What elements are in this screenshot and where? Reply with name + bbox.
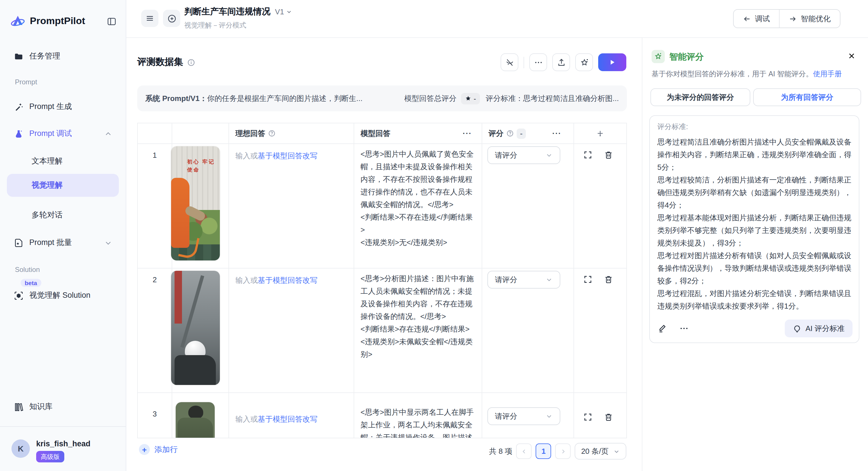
help-icon[interactable] xyxy=(506,130,514,137)
add-column-icon[interactable] xyxy=(596,123,604,143)
user-account[interactable]: K kris_fish_head 高级版 xyxy=(11,439,90,462)
page-size-select[interactable]: 20 条/页 xyxy=(575,443,626,460)
sidebar-item-prompt-batch[interactable]: Prompt 批量 xyxy=(7,232,119,253)
play-icon xyxy=(609,59,616,66)
prev-page-icon[interactable] xyxy=(516,443,532,459)
version-selector[interactable]: V1 xyxy=(275,7,292,16)
rewrite-from-model-link[interactable]: 基于模型回答改写 xyxy=(258,415,317,424)
ai-criteria-button[interactable]: AI 评分标准 xyxy=(785,319,852,337)
sidebar-subitem-multiturn[interactable]: 多轮对话 xyxy=(7,205,119,226)
sidebar-item-label: Prompt 批量 xyxy=(29,237,72,248)
magic-wand-icon xyxy=(14,102,24,111)
smart-optimize-button[interactable]: 智能优化 xyxy=(780,10,840,28)
model-answer-cell[interactable]: <思考>图片中显示两名工人在脚手架上作业，两名工人均未佩戴安全帽；关于违规操作设… xyxy=(361,406,475,438)
brand-name: PromptPilot xyxy=(30,15,101,27)
debug-button[interactable]: 调试 xyxy=(734,10,779,28)
dataset-image-3[interactable] xyxy=(176,402,215,438)
sidebar-item-prompt-debug[interactable]: Prompt 调试 xyxy=(7,123,119,144)
sidebar-item-knowledge-base[interactable]: 知识库 xyxy=(7,396,119,417)
new-session-icon[interactable] xyxy=(163,10,180,27)
manual-link[interactable]: 使用手册 xyxy=(813,70,842,78)
avatar: K xyxy=(11,439,30,458)
dataset-image-1[interactable]: 初心 牢记使命 xyxy=(171,146,220,261)
criteria-more-icon[interactable] xyxy=(679,324,689,333)
dataset-area: 评测数据集 系统 Prompt/V1： 你的任务是根据生产车间的图片描述，判断生… xyxy=(126,38,642,471)
next-page-icon[interactable] xyxy=(555,443,571,459)
close-icon[interactable] xyxy=(848,52,856,60)
rewrite-from-model-link[interactable]: 基于模型回答改写 xyxy=(258,276,317,284)
sidebar-subitem-vision-understanding[interactable]: 视觉理解 xyxy=(7,174,119,197)
sidebar-section-prompt: Prompt xyxy=(15,78,37,86)
dataset-toolbar xyxy=(501,53,626,71)
ideal-answer-cell[interactable]: 输入或基于模型回答改写 xyxy=(236,151,317,161)
help-icon[interactable] xyxy=(268,130,276,137)
chevron-down-icon xyxy=(546,412,553,420)
chevron-down-icon xyxy=(104,239,112,246)
rewrite-from-model-link[interactable]: 基于模型回答改写 xyxy=(258,152,317,160)
hide-columns-icon[interactable] xyxy=(501,53,518,71)
sidebar-subitem-text-understanding[interactable]: 文本理解 xyxy=(7,151,119,172)
sidebar-collapse-icon[interactable] xyxy=(105,15,118,27)
model-answer-cell[interactable]: <思考>分析图片描述：图片中有施工人员未佩戴安全帽的情况；未提及设备操作相关内容… xyxy=(361,272,475,361)
sidebar-item-label: 任务管理 xyxy=(29,51,60,61)
run-all-button[interactable] xyxy=(598,53,626,71)
favorite-star-icon[interactable] xyxy=(575,53,593,71)
score-filter-badge[interactable]: - xyxy=(517,128,526,139)
sidebar: PromptPilot 任务管理 Prompt Prompt 生成 Prompt… xyxy=(0,0,126,471)
expand-row-icon[interactable] xyxy=(583,150,592,160)
edit-criteria-icon[interactable] xyxy=(658,324,668,333)
promptpilot-logo-icon xyxy=(10,14,25,29)
arrow-left-icon xyxy=(743,14,751,23)
page-title: 判断生产车间违规情况 xyxy=(184,6,270,17)
delete-row-icon[interactable] xyxy=(604,150,613,160)
total-score-label: 模型回答总评分 xyxy=(404,93,456,104)
score-select[interactable]: 请评分 xyxy=(487,407,560,425)
score-all-button[interactable]: 为所有回答评分 xyxy=(753,88,861,106)
chevron-down-icon xyxy=(546,276,553,283)
ideal-answer-cell[interactable]: 输入或基于模型回答改写 xyxy=(236,414,317,425)
info-icon[interactable] xyxy=(187,58,195,66)
sidebar-item-label: Prompt 调试 xyxy=(29,129,72,139)
ai-score-star-icon xyxy=(652,50,665,63)
score-select[interactable]: 请评分 xyxy=(487,146,560,164)
app-window: PromptPilot 任务管理 Prompt Prompt 生成 Prompt… xyxy=(0,0,868,471)
delete-row-icon[interactable] xyxy=(604,412,613,422)
sidebar-item-task-management[interactable]: 任务管理 xyxy=(7,46,119,67)
dataset-image-2[interactable] xyxy=(171,271,220,385)
panel-title: 智能评分 xyxy=(670,52,704,63)
delete-row-icon[interactable] xyxy=(604,275,613,284)
upload-icon[interactable] xyxy=(552,53,570,71)
sidebar-item-label: 知识库 xyxy=(29,402,53,412)
expand-row-icon[interactable] xyxy=(583,412,592,422)
column-header-ideal: 理想回答 xyxy=(236,123,276,143)
folder-icon xyxy=(14,52,24,61)
panel-description: 基于你对模型回答的评分标准，用于 AI 智能评分。 xyxy=(652,70,813,78)
model-answer-cell[interactable]: <思考>图片中人员佩戴了黄色安全帽，且描述中未提及设备操作相关内容，不存在不按照… xyxy=(361,148,475,249)
row-index: 1 xyxy=(138,151,172,160)
more-actions-icon[interactable] xyxy=(529,53,547,71)
menu-icon[interactable] xyxy=(141,10,158,27)
column-header-model: 模型回答 xyxy=(361,123,391,143)
system-prompt-text: 你的任务是根据生产车间的图片描述，判断生... xyxy=(207,93,363,104)
chevron-down-icon xyxy=(546,152,553,159)
page-number[interactable]: 1 xyxy=(536,443,551,459)
system-prompt-bar[interactable]: 系统 Prompt/V1： 你的任务是根据生产车间的图片描述，判断生... 模型… xyxy=(137,86,627,111)
model-column-more-icon[interactable]: ··· xyxy=(463,123,472,143)
books-icon xyxy=(14,402,24,412)
row-index: 2 xyxy=(138,275,172,284)
smart-scoring-panel: 智能评分 基于你对模型回答的评分标准，用于 AI 智能评分。使用手册 为未评分的… xyxy=(642,38,868,471)
beta-badge: beta xyxy=(21,279,41,287)
sidebar-item-vision-solution[interactable]: beta 视觉理解 Solution xyxy=(7,285,119,306)
score-column-more-icon[interactable]: ··· xyxy=(552,123,561,143)
expand-row-icon[interactable] xyxy=(583,275,592,284)
total-count: 共 8 项 xyxy=(489,446,513,457)
score-select[interactable]: 请评分 xyxy=(487,271,560,289)
sidebar-item-prompt-gen[interactable]: Prompt 生成 xyxy=(7,96,119,117)
arrow-right-icon xyxy=(789,14,797,23)
score-unrated-button[interactable]: 为未评分的回答评分 xyxy=(650,88,750,106)
system-prompt-label: 系统 Prompt/V1： xyxy=(145,93,207,104)
user-name: kris_fish_head xyxy=(36,439,90,448)
ideal-answer-cell[interactable]: 输入或基于模型回答改写 xyxy=(236,275,317,286)
add-row-button[interactable]: + 添加行 xyxy=(139,444,178,455)
chevron-up-icon xyxy=(104,130,112,137)
